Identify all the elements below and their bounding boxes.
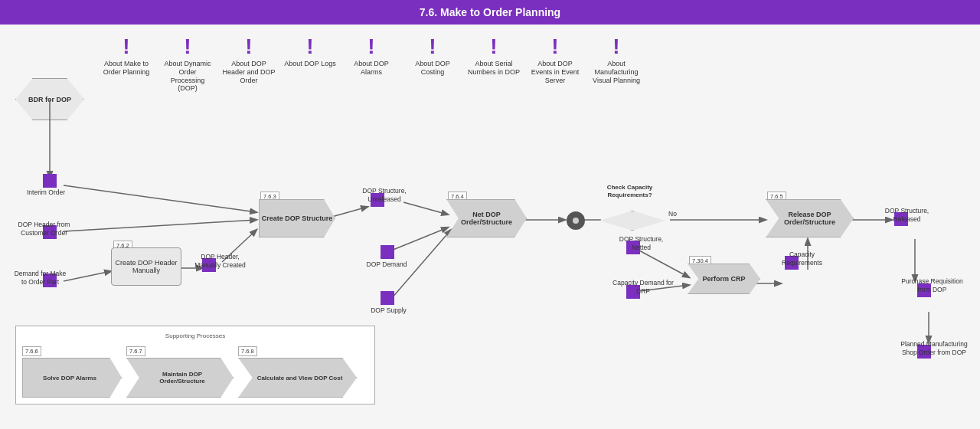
page-header: 7.6. Make to Order Planning <box>0 0 980 25</box>
supporting-processes-title: Supporting Processes <box>22 332 368 339</box>
planned-mfg-label: Planned Manufacturing Shop Order from DO… <box>900 340 969 357</box>
exclamation-icon: ! <box>306 36 313 57</box>
exclamation-icon: ! <box>490 36 497 57</box>
interim-order-box <box>43 174 57 188</box>
perform-crp-chevron[interactable]: Perform CRP <box>688 264 760 294</box>
cap-req-label: Capacity Requirements <box>773 251 831 267</box>
svg-line-6 <box>329 207 368 218</box>
support-chevron-1[interactable]: Solve DOP Alarms <box>22 358 122 398</box>
info-icon-dop-alarms[interactable]: ! About DOP Alarms <box>345 36 398 77</box>
supporting-chevrons-row: 7.6.6 Solve DOP Alarms 7.6.7 Maintain DO… <box>22 342 368 398</box>
support-chevron-2-ver: 7.6.7 <box>126 346 145 356</box>
support-chevron-3[interactable]: Calculate and View DOP Cost <box>238 358 357 398</box>
info-icon-label: About DOP Costing <box>406 60 459 77</box>
dop-demand-label: DOP Demand <box>364 260 410 269</box>
dop-supply-label: DOP Supply <box>364 306 413 315</box>
merge-circle <box>567 211 585 230</box>
release-dop-chevron[interactable]: Release DOP Order/Structure <box>766 199 854 237</box>
svg-line-3 <box>64 271 111 281</box>
interim-order-label: Interim Order <box>23 188 69 197</box>
info-icon-dop-header[interactable]: ! About DOP Header and DOP Order <box>222 36 276 84</box>
exclamation-icon: ! <box>245 36 252 57</box>
exclamation-icon: ! <box>551 36 558 57</box>
info-icon-label: About Serial Numbers in DOP <box>467 60 521 77</box>
exclamation-icon: ! <box>122 36 129 57</box>
dop-demand-box <box>381 245 394 259</box>
create-dop-structure-chevron[interactable]: Create DOP Structure <box>259 199 335 237</box>
dop-struct-unreleased-label: DOP Structure, Unreleased <box>354 187 415 204</box>
create-dop-header-process[interactable]: Create DOP Header Manually <box>111 247 181 286</box>
info-icon-mvp[interactable]: ! About Manufacturing Visual Planning <box>590 36 643 84</box>
page-title: 7.6. Make to Order Planning <box>420 6 560 18</box>
svg-line-1 <box>64 185 256 212</box>
exclamation-icon: ! <box>368 36 374 57</box>
exclamation-icon: ! <box>429 36 436 57</box>
no-label: No <box>668 210 677 218</box>
info-icon-label: About Dynamic Order Processing (DOP) <box>161 60 214 93</box>
check-capacity-label: Check Capacity Requirements? <box>593 184 666 200</box>
dop-header-customer-label: DOP Header from Customer Order <box>15 221 73 237</box>
info-icon-label: About DOP Header and DOP Order <box>222 60 276 84</box>
info-icon-label: About Make to Order Planning <box>100 60 153 77</box>
info-icon-label: About DOP Alarms <box>345 60 398 77</box>
content-area: ! About Make to Order Planning ! About D… <box>0 25 980 427</box>
info-icon-dop-costing[interactable]: ! About DOP Costing <box>406 36 459 77</box>
info-icon-dop-logs[interactable]: ! About DOP Logs <box>283 36 337 68</box>
support-chevron-3-ver: 7.6.8 <box>238 346 257 356</box>
purchase-req-label: Purchase Requisition from DOP <box>900 277 965 294</box>
cap-demand-crp-label: Capacity Demand for CRP <box>612 279 674 296</box>
exclamation-icon: ! <box>184 36 191 57</box>
bdr-hexagon[interactable]: BDR for DOP <box>15 78 84 120</box>
exclamation-icon: ! <box>612 36 619 57</box>
svg-line-2 <box>64 220 256 231</box>
dop-struct-released-label: DOP Structure, Released <box>878 207 936 224</box>
supporting-processes-box: Supporting Processes 7.6.6 Solve DOP Ala… <box>15 326 375 404</box>
info-icon-dop-events[interactable]: ! About DOP Events in Event Server <box>528 36 582 84</box>
svg-line-13 <box>639 251 689 277</box>
dop-struct-netted-label: DOP Structure, Netted <box>612 235 670 252</box>
support-chevron-1-ver: 7.6.6 <box>22 346 41 356</box>
dop-header-manually-label: DOP Header, Manually Created <box>191 253 249 270</box>
info-icon-serial[interactable]: ! About Serial Numbers in DOP <box>467 36 521 77</box>
svg-line-8 <box>391 228 448 251</box>
svg-line-7 <box>403 202 448 215</box>
check-capacity-diamond <box>599 211 665 231</box>
demand-label: Demand for Make to Order Part <box>11 270 69 287</box>
support-chevron-2[interactable]: Maintain DOP Order/Structure <box>126 358 234 398</box>
info-icon-label: About DOP Events in Event Server <box>528 60 582 84</box>
info-icon-label: About DOP Logs <box>284 60 335 68</box>
bdr-hex-container: BDR for DOP <box>15 78 84 120</box>
info-icon-label: About Manufacturing Visual Planning <box>590 60 643 84</box>
net-dop-chevron[interactable]: Net DOP Order/Structure <box>446 199 527 237</box>
info-icons-row: ! About Make to Order Planning ! About D… <box>100 36 643 93</box>
dop-supply-box <box>381 291 394 305</box>
info-icon-make-to-order[interactable]: ! About Make to Order Planning <box>100 36 153 77</box>
info-icon-dop[interactable]: ! About Dynamic Order Processing (DOP) <box>161 36 214 93</box>
main-container: 7.6. Make to Order Planning ! About Make… <box>0 0 980 429</box>
